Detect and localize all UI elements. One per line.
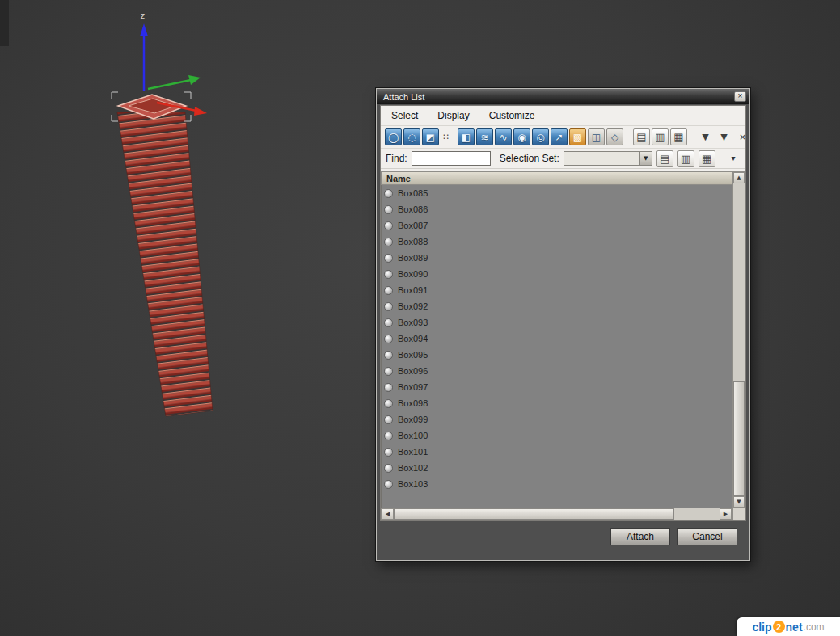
axis-y-arrow — [188, 75, 201, 85]
object-sphere-icon — [384, 270, 393, 279]
horizontal-scroll-thumb[interactable] — [394, 508, 674, 520]
list-item[interactable]: Box096 — [382, 363, 732, 379]
display-cameras-icon[interactable]: ◎ — [532, 128, 549, 145]
object-sphere-icon — [384, 448, 393, 457]
dialog-panel: Select Display Customize ◯ ◌ ◩ ∷ ◧ ≋ ∿ ◉… — [380, 105, 746, 521]
cancel-button[interactable]: Cancel — [677, 528, 737, 545]
view-list-icon[interactable]: ▤ — [633, 128, 650, 145]
list-item[interactable]: Box090 — [382, 266, 732, 282]
attach-list-dialog: Attach List × Select Display Customize ◯… — [376, 88, 750, 561]
watermark-clip-text: clip — [752, 621, 771, 634]
remove-from-set-icon[interactable]: ▦ — [699, 150, 715, 167]
scroll-right-icon[interactable]: ▶ — [720, 508, 732, 520]
list-item[interactable]: Box091 — [382, 282, 732, 298]
list-item[interactable]: Box094 — [382, 331, 732, 347]
list-item[interactable]: Box097 — [382, 379, 732, 395]
select-children-icon[interactable]: ∷ — [441, 128, 451, 145]
edit-named-sets-icon[interactable]: ▤ — [656, 150, 673, 167]
list-item[interactable]: Box102 — [382, 460, 732, 476]
selection-set-label: Selection Set: — [500, 153, 559, 164]
dialog-titlebar[interactable]: Attach List × — [377, 89, 749, 104]
object-sphere-icon — [384, 415, 393, 424]
list-item-label: Box087 — [398, 221, 428, 230]
list-item[interactable]: Box086 — [382, 201, 732, 217]
object-sphere-icon — [384, 221, 393, 230]
object-sphere-icon — [384, 335, 393, 343]
list-item[interactable]: Box085 — [382, 185, 732, 201]
selection-set-dropdown[interactable]: ▼ — [564, 151, 652, 166]
display-shapes-icon[interactable]: ∿ — [495, 128, 512, 145]
list-item-label: Box091 — [398, 285, 428, 295]
list-item[interactable]: Box087 — [382, 217, 732, 234]
select-none-icon[interactable]: ◌ — [403, 128, 420, 145]
filter-icon[interactable]: ▼ — [697, 128, 714, 145]
list-item-label: Box097 — [398, 382, 428, 392]
close-icon[interactable]: × — [734, 91, 746, 102]
display-xrefs-icon[interactable]: ◫ — [588, 128, 605, 145]
attach-button[interactable]: Attach — [610, 528, 670, 545]
menu-customize[interactable]: Customize — [489, 110, 535, 121]
list-region: Name Box085 Box086 Box087 Box088 Box089 … — [381, 171, 745, 520]
list-item[interactable]: Box093 — [382, 314, 732, 331]
scroll-left-icon[interactable]: ◀ — [382, 508, 394, 520]
clip2net-watermark: clip 2 net .com — [737, 617, 840, 636]
display-spacewarps-icon[interactable]: ≋ — [476, 128, 493, 145]
horizontal-scroll-track[interactable] — [394, 508, 720, 520]
toolbar-overflow-icon[interactable]: ▾ — [728, 150, 739, 167]
custom-filter-icon[interactable]: ▼ — [715, 128, 732, 145]
select-all-icon[interactable]: ◯ — [385, 128, 402, 145]
object-list: Box085 Box086 Box087 Box088 Box089 Box09… — [381, 185, 732, 508]
list-item-label: Box095 — [398, 350, 428, 360]
vertical-scroll-thumb[interactable] — [733, 381, 745, 496]
display-groups-icon[interactable]: ▩ — [569, 128, 586, 145]
list-item[interactable]: Box101 — [382, 444, 732, 460]
object-sphere-icon — [384, 432, 393, 440]
dialog-buttons: Attach Cancel — [610, 528, 737, 545]
column-header-name[interactable]: Name — [381, 171, 732, 185]
list-item-label: Box098 — [398, 398, 428, 408]
display-helpers-icon[interactable]: ↗ — [551, 128, 568, 145]
list-item[interactable]: Box098 — [382, 395, 732, 411]
display-lights-icon[interactable]: ◉ — [513, 128, 530, 145]
menu-select[interactable]: Select — [391, 110, 418, 121]
axis-z-arrow — [140, 23, 148, 36]
list-item-label: Box085 — [398, 188, 428, 198]
list-item[interactable]: Box089 — [382, 250, 732, 266]
view-detail-icon[interactable]: ▥ — [652, 128, 669, 145]
list-item-label: Box102 — [398, 463, 428, 473]
object-sphere-icon — [384, 238, 393, 246]
find-input[interactable] — [412, 151, 491, 166]
column-chooser-icon[interactable]: ▦ — [670, 128, 687, 145]
list-item[interactable]: Box103 — [382, 476, 732, 492]
clear-filter-icon[interactable]: × — [734, 128, 751, 145]
select-invert-icon[interactable]: ◩ — [422, 128, 439, 145]
screenshot-root: z Attach List × Select Display Customize… — [0, 0, 840, 636]
list-item[interactable]: Box100 — [382, 428, 732, 444]
list-item-label: Box086 — [398, 204, 428, 214]
add-to-set-icon[interactable]: ▥ — [677, 150, 694, 167]
object-sphere-icon — [384, 254, 393, 263]
object-sphere-icon — [384, 189, 393, 198]
scroll-down-icon[interactable]: ▼ — [733, 496, 745, 508]
axis-y-line — [148, 80, 191, 89]
vertical-scroll-track[interactable] — [733, 183, 745, 496]
display-bones-icon[interactable]: ◇ — [606, 128, 623, 145]
display-geometry-icon[interactable]: ◧ — [458, 128, 475, 145]
list-item[interactable]: Box099 — [382, 411, 732, 428]
list-item-label: Box094 — [398, 334, 428, 343]
object-sphere-icon — [384, 318, 393, 327]
chevron-down-icon[interactable]: ▼ — [639, 152, 652, 165]
menu-display[interactable]: Display — [437, 110, 469, 121]
horizontal-scrollbar[interactable]: ◀ ▶ — [381, 508, 732, 520]
vertical-scrollbar[interactable]: ▲ ▼ — [732, 171, 745, 520]
list-item[interactable]: Box088 — [382, 234, 732, 250]
viewport-3d-scene: z — [0, 0, 388, 453]
scrollbar-corner — [733, 508, 745, 520]
toolbar: ◯ ◌ ◩ ∷ ◧ ≋ ∿ ◉ ◎ ↗ ▩ ◫ ◇ ▤ ▥ ▦ ▼ ▼ × — [381, 126, 745, 149]
axis-z-label: z — [140, 11, 146, 21]
scroll-up-icon[interactable]: ▲ — [733, 172, 745, 183]
list-item[interactable]: Box095 — [382, 347, 732, 363]
list-item[interactable]: Box092 — [382, 298, 732, 314]
watermark-com-text: .com — [804, 621, 825, 633]
watermark-2-badge: 2 — [773, 621, 785, 633]
